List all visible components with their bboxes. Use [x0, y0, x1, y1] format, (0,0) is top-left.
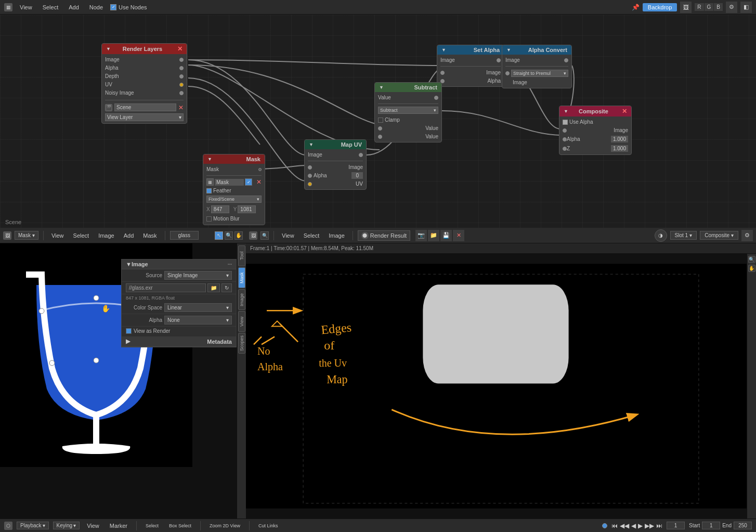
menu-node[interactable]: Node — [86, 3, 106, 11]
render-zoom-icon[interactable]: 🔍 — [260, 231, 269, 240]
reload-btn[interactable]: ↻ — [221, 283, 232, 292]
left-mask-menu[interactable]: Mask — [140, 231, 160, 240]
render-color-icon[interactable]: ◑ — [655, 229, 667, 242]
expand-btn[interactable]: ◧ — [740, 2, 752, 13]
render-image-menu[interactable]: Image — [325, 231, 348, 240]
zoom-tool-icon[interactable]: 🔍 — [225, 231, 233, 240]
mode-dropdown[interactable]: Straight to Premul ▾ — [511, 70, 568, 77]
select-tool-icon[interactable]: ↖ — [215, 231, 223, 240]
clamp-checkbox[interactable] — [378, 118, 383, 123]
menu-view[interactable]: View — [17, 3, 35, 11]
playback-dropdown[interactable]: Playback ▾ — [17, 522, 49, 529]
x-value[interactable]: 847 — [211, 205, 229, 213]
vtab-mask[interactable]: Mask — [238, 267, 245, 288]
socket-row-noisy: Noisy Image — [105, 89, 184, 96]
clamp-label: Clamp — [385, 117, 400, 123]
vtab-tool[interactable]: Tool — [238, 245, 245, 266]
render-layers-close[interactable]: ✕ — [177, 45, 183, 53]
prev-frame-btn[interactable]: ◀◀ — [620, 522, 629, 529]
vtab-image[interactable]: Image — [238, 289, 245, 310]
channel-r-btn[interactable]: R — [695, 3, 703, 11]
settings-btn[interactable]: ⚙ — [726, 2, 737, 13]
render-hand-icon[interactable]: ✋ — [748, 265, 755, 272]
filename-field[interactable]: //glass.exr — [126, 283, 206, 292]
image-icon-btn[interactable]: 🖼 — [680, 2, 692, 13]
view-layer-dropdown[interactable]: View Layer ▾ — [105, 113, 184, 121]
slot-dropdown[interactable]: Slot 1 ▾ — [670, 231, 697, 240]
alpha-dropdown[interactable]: None ▾ — [164, 316, 232, 325]
vtab-view[interactable]: View — [238, 311, 245, 332]
channel-g-btn[interactable]: G — [705, 3, 714, 11]
render-folder-icon[interactable]: 📁 — [428, 230, 439, 241]
statusbar-icon[interactable]: ⬡ — [4, 522, 12, 530]
go-end-btn[interactable]: ⏭ — [656, 522, 662, 529]
left-view-menu[interactable]: View — [48, 231, 67, 240]
top-toolbar: ▦ View Select Add Node ✓ Use Nodes 📌 Bac… — [0, 0, 756, 15]
select-label-bottom: Select — [142, 522, 162, 529]
render-search-icon[interactable]: 🔍 — [748, 256, 755, 263]
image-display-area[interactable]: ✋ ▼ Image ··· Source Single Image ▾ — [0, 243, 237, 532]
render-close-btn[interactable]: ✕ — [453, 230, 464, 241]
mode-arrow: ▾ — [564, 71, 566, 76]
map-uv-in-image: Image — [308, 164, 363, 171]
colorspace-dropdown[interactable]: Linear ▾ — [164, 303, 232, 312]
mask-name[interactable]: Mask — [215, 179, 244, 186]
channel-b-btn[interactable]: B — [714, 3, 723, 11]
render-view-menu[interactable]: View — [279, 231, 297, 240]
render-settings-btn[interactable]: ⚙ — [741, 230, 753, 241]
source-dropdown[interactable]: Single Image ▾ — [164, 271, 232, 280]
current-frame-field[interactable] — [667, 522, 685, 529]
node-editor-background[interactable]: ▼ Render Layers ✕ Image Alpha Depth — [0, 15, 756, 228]
pan-tool-icon[interactable]: ✋ — [234, 231, 243, 240]
render-save-icon[interactable]: 💾 — [440, 230, 452, 241]
view-menu-bottom[interactable]: View — [84, 522, 102, 530]
scene-icon: 🎬 — [105, 104, 112, 111]
subtract-mode-dropdown[interactable]: Subtract ▾ — [378, 107, 438, 114]
map-uv-body: Image Image Alpha 0 UV — [305, 149, 366, 189]
editor-type-icon[interactable]: 🖼 — [3, 231, 11, 240]
vtab-scopes[interactable]: Scopes — [238, 333, 245, 354]
play-btn[interactable]: ▶ — [638, 522, 643, 529]
menu-add[interactable]: Add — [66, 3, 82, 11]
backdrop-button[interactable]: Backdrop — [643, 3, 677, 11]
statusbar-left: ⬡ Playback ▾ Keying ▾ View Marker Select… — [4, 521, 281, 530]
keying-dropdown[interactable]: Keying ▾ — [53, 522, 80, 529]
feather-checkbox[interactable] — [206, 188, 212, 193]
scene-close[interactable]: ✕ — [178, 104, 184, 111]
composite-input-z: Z 1.000 — [563, 145, 628, 152]
composite-close[interactable]: ✕ — [622, 108, 627, 115]
menu-select[interactable]: Select — [40, 3, 62, 11]
end-frame-field[interactable] — [734, 522, 752, 529]
step-fwd-btn[interactable]: ▶▶ — [645, 522, 654, 529]
render-editor-icon[interactable]: 🖼 — [249, 231, 257, 240]
use-nodes-toggle[interactable]: ✓ Use Nodes — [110, 4, 147, 10]
render-canvas[interactable]: Edges of the Uv Map No Alpha — [246, 254, 756, 518]
left-add-menu[interactable]: Add — [121, 231, 137, 240]
left-image-menu[interactable]: Image — [95, 231, 118, 240]
composite-dropdown[interactable]: Composite ▾ — [700, 231, 738, 240]
mask-edit-btn[interactable]: ✓ — [245, 178, 252, 186]
svg-text:of: of — [324, 339, 334, 352]
mask-mode-dropdown[interactable]: Mask ▾ — [15, 231, 38, 240]
view-as-render-checkbox[interactable] — [126, 328, 132, 334]
set-alpha-node: ▼ Set Alpha Image Image Alpha — [437, 45, 504, 87]
filename-row: //glass.exr 📁 ↻ — [122, 282, 236, 294]
scene-dropdown[interactable]: Scene — [114, 103, 176, 111]
set-alpha-out-socket — [497, 58, 501, 62]
marker-menu-bottom[interactable]: Marker — [107, 522, 131, 530]
fixed-scene-dropdown[interactable]: Fixed/Scene ▾ — [206, 196, 262, 203]
output-socket-alpha — [179, 66, 184, 70]
start-frame-field[interactable] — [702, 522, 720, 529]
render-camera-icon[interactable]: 📷 — [415, 230, 427, 241]
use-alpha-checkbox[interactable] — [563, 120, 568, 125]
render-select-menu[interactable]: Select — [301, 231, 323, 240]
map-uv-in-image-socket — [308, 165, 312, 170]
left-select-menu[interactable]: Select — [70, 231, 93, 240]
motion-blur-checkbox[interactable] — [206, 216, 212, 222]
y-value[interactable]: 1081 — [238, 205, 256, 213]
mask-node-close[interactable]: ✕ — [256, 178, 262, 186]
panel-dots: ··· — [228, 262, 232, 267]
step-back-btn[interactable]: ◀ — [631, 522, 636, 529]
go-start-btn[interactable]: ⏮ — [611, 522, 618, 529]
browse-btn[interactable]: 📁 — [207, 283, 220, 292]
